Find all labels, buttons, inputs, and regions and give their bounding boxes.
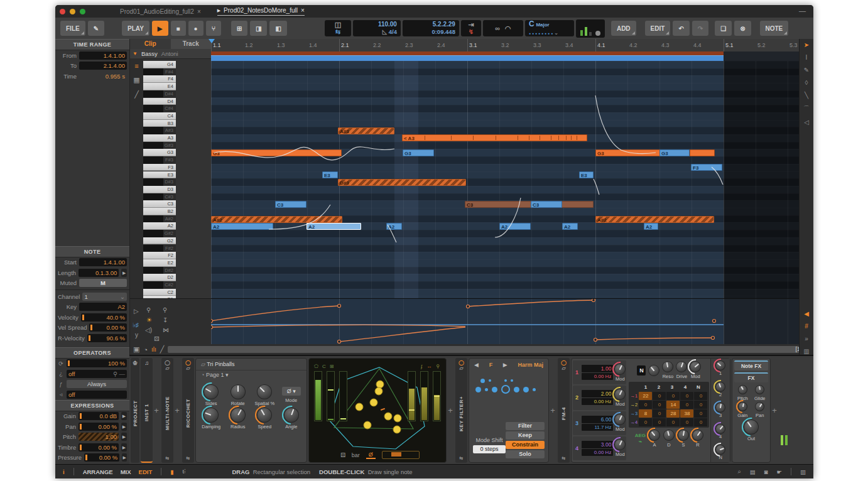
out-knob[interactable]: [744, 419, 759, 435]
add-device-button[interactable]: +: [549, 358, 556, 463]
piano-key-as2[interactable]: A#2: [143, 215, 176, 223]
matrix-cell[interactable]: 22: [639, 392, 652, 400]
midi-note-g3[interactable]: G3: [211, 149, 342, 156]
fm4-op3-freq-field[interactable]: 11.7 Hz: [582, 424, 613, 431]
viz-green-slider-2[interactable]: [339, 371, 347, 421]
matrix-cell[interactable]: 0: [639, 401, 652, 409]
matrix-cell[interactable]: 0: [694, 418, 707, 426]
note-r-velocity-field[interactable]: 90.6 %: [87, 334, 127, 342]
editor-tab-track[interactable]: Track: [171, 39, 212, 49]
glide-knob[interactable]: [755, 385, 764, 394]
piano-key-f3[interactable]: F3: [143, 164, 176, 171]
playhead-marker[interactable]: [209, 39, 215, 43]
piano-key-cs2[interactable]: C#2: [143, 281, 176, 289]
fm4-op3-ratio-field[interactable]: 6.00: [582, 416, 613, 423]
midi-note-a2[interactable]: A2: [644, 223, 658, 230]
tempo-display[interactable]: 110.00 ◺ 4/4: [353, 20, 401, 36]
drive-knob[interactable]: [676, 361, 687, 372]
expression-tool-icon[interactable]: ☀: [146, 316, 152, 323]
add-device-button[interactable]: +: [447, 358, 454, 463]
piano-key-fs4[interactable]: F#4: [143, 68, 176, 76]
expression-expand-button[interactable]: ▶: [121, 433, 127, 441]
piano-key-d3[interactable]: D3: [143, 186, 176, 193]
ruler-label-3.3[interactable]: 3.3: [533, 42, 541, 48]
expression-pitch-field[interactable]: 1.00: [79, 433, 119, 441]
time-range-to-field[interactable]: 2.1.4.00: [79, 62, 127, 70]
viz-mode-icon-0[interactable]: ⬠: [314, 364, 318, 369]
device-power-icon[interactable]: ◯: [561, 360, 567, 365]
loop-fade-display[interactable]: ∞ ◠: [483, 20, 523, 36]
automation-write-button[interactable]: ⑂: [206, 21, 221, 36]
track-filter-header[interactable]: ▼ Bassy Antoni: [130, 49, 214, 59]
time-range-from-field[interactable]: 1.4.1.00: [79, 51, 127, 60]
key-root-next-button[interactable]: ▶: [503, 362, 507, 368]
stop-button[interactable]: ■: [171, 21, 186, 36]
piano-key-g2[interactable]: G2: [143, 237, 176, 245]
note-grid[interactable]: A#3< A3G3G3G3G3F3E3E3D#3C3C3C3A#2A#2A2A2…: [211, 61, 799, 298]
fm4-noise-button[interactable]: N: [637, 365, 646, 376]
undo-button[interactable]: ↶: [673, 21, 689, 36]
expression-gain-field[interactable]: 0.0 dB: [79, 412, 119, 420]
info-icon[interactable]: i: [63, 468, 65, 475]
s-knob[interactable]: [678, 430, 689, 441]
midi-note-a2[interactable]: A#2: [595, 216, 714, 223]
expression-expand-button[interactable]: ▶: [122, 453, 127, 462]
operator-field-3[interactable]: off: [67, 391, 127, 399]
ruler-label-2.4[interactable]: 2.4: [437, 42, 445, 48]
piano-key-fs3[interactable]: F#3: [143, 156, 176, 164]
damping-knob[interactable]: [203, 408, 219, 423]
knob-knob[interactable]: [614, 364, 626, 375]
piano-key-cs3[interactable]: C#3: [143, 193, 176, 201]
piano-key-c2[interactable]: C2: [143, 289, 176, 296]
ruler-label-2.2[interactable]: 2.2: [373, 42, 381, 48]
midi-note-e3[interactable]: E3: [322, 171, 338, 178]
grid-edit-icon[interactable]: ▦: [133, 76, 139, 84]
expression-lane-selector-icon[interactable]: ♭♯: [133, 322, 139, 328]
midi-note-a2[interactable]: A2: [307, 223, 361, 230]
piano-key-g4[interactable]: G4: [143, 61, 176, 68]
expression-pressure-field[interactable]: 0.00 %: [84, 453, 119, 462]
horizontal-scrollbar[interactable]: [1/16]: [168, 346, 813, 353]
clip-region-bar[interactable]: [211, 55, 799, 61]
search-icon[interactable]: ⌕: [737, 468, 741, 475]
operator-field-2[interactable]: Always: [67, 380, 127, 388]
note-start-field[interactable]: 1.4.1.00: [79, 258, 127, 266]
ruler-label-2.3[interactable]: 2.3: [405, 42, 413, 48]
speed-knob[interactable]: [257, 408, 272, 423]
midi-note-a2[interactable]: A2: [562, 223, 578, 230]
piano-key-gs3[interactable]: G#3: [143, 142, 176, 149]
knob-knob[interactable]: [715, 445, 725, 455]
midi-note-c3[interactable]: C3: [531, 201, 562, 208]
piano-key-b3[interactable]: B3: [143, 120, 176, 127]
viz-olive-slider-2[interactable]: [433, 371, 441, 421]
key-filter-filter-button[interactable]: Filter: [506, 422, 545, 430]
project-panel-strip[interactable]: ♔PROJECT: [131, 358, 139, 463]
close-window-button[interactable]: [60, 9, 65, 14]
piano-key-ds4[interactable]: D#4: [143, 90, 176, 98]
midi-note-d3[interactable]: D#3: [338, 179, 466, 186]
matrix-cell[interactable]: 0: [680, 418, 693, 426]
viz-range-slider[interactable]: [382, 451, 420, 459]
ruler-label-1.3[interactable]: 1.3: [277, 42, 285, 48]
ruler-label-4.2[interactable]: 4.2: [629, 42, 637, 48]
mod-knob[interactable]: [690, 361, 701, 372]
matrix-cell[interactable]: 0: [680, 401, 693, 409]
knob-knob[interactable]: [614, 389, 626, 400]
fm4-op4-ratio-field[interactable]: 3.00: [582, 441, 613, 448]
ruler-label-3.2[interactable]: 3.2: [501, 42, 509, 48]
editor-tab-clip[interactable]: Clip: [130, 39, 171, 49]
ruler-label-3.4[interactable]: 3.4: [565, 42, 573, 48]
tab-close-icon[interactable]: ×: [197, 8, 201, 15]
radius-knob[interactable]: [231, 408, 246, 423]
viz-right-icon-0[interactable]: ʄ: [421, 364, 422, 369]
piano-key-cs4[interactable]: C#4: [143, 105, 176, 112]
matrix-cell[interactable]: 0: [666, 392, 680, 400]
punch-display[interactable]: ⇥ ↯: [461, 20, 481, 36]
histogram-icon[interactable]: ılı: [151, 346, 156, 353]
piano-key-c3[interactable]: C3: [143, 200, 176, 208]
device-strip-fm4[interactable]: ◯▱FM-4⇆: [558, 358, 570, 463]
rotate-knob[interactable]: [231, 384, 246, 399]
matrix-cell[interactable]: 0: [653, 418, 666, 426]
angle-knob[interactable]: [284, 408, 299, 423]
viz-right-icon-1[interactable]: ↔: [426, 364, 431, 369]
